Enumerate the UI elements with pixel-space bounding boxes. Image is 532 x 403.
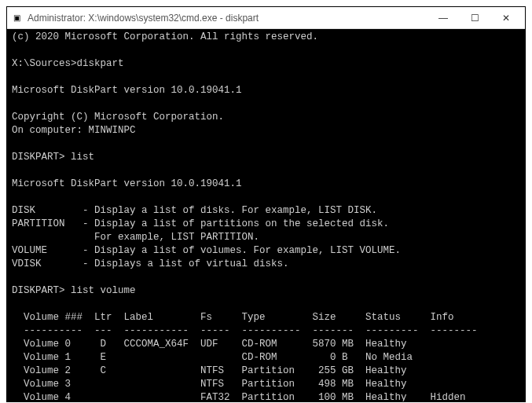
term-line: (c) 2020 Microsoft Corporation. All righ… [12,31,318,42]
term-line: VDISK - Displays a list of virtual disks… [12,258,289,269]
table-row: Volume 0 D CCCOMA_X64F UDF CD-ROM 5870 M… [12,339,407,350]
table-divider: ---------- --- ----------- ----- -------… [12,325,478,336]
table-row: Volume 2 C NTFS Partition 255 GB Healthy [12,365,407,376]
window-title: Administrator: X:\windows\system32\cmd.e… [28,13,427,24]
maximize-button[interactable]: ☐ [459,9,490,27]
term-line: DISKPART> list volume [12,285,136,296]
term-line: Microsoft DiskPart version 10.0.19041.1 [12,85,242,96]
table-header: Volume ### Ltr Label Fs Type Size Status… [12,312,454,323]
term-line: DISKPART> list [12,152,94,163]
cmd-window: ▣ Administrator: X:\windows\system32\cmd… [6,6,526,402]
term-line: VOLUME - Display a list of volumes. For … [12,245,401,256]
close-button[interactable]: ✕ [490,9,522,27]
table-row: Volume 1 E CD-ROM 0 B No Media [12,352,413,363]
minimize-button[interactable]: — [427,9,459,27]
term-line: On computer: MINWINPC [12,125,136,136]
cmd-icon: ▣ [10,12,23,24]
term-line: Copyright (C) Microsoft Corporation. [12,112,224,123]
titlebar[interactable]: ▣ Administrator: X:\windows\system32\cmd… [7,7,525,29]
term-line: DISK - Display a list of disks. For exam… [12,205,377,216]
term-line: For example, LIST PARTITION. [12,232,259,243]
table-row: Volume 4 FAT32 Partition 100 MB Healthy … [12,392,466,401]
term-line: X:\Sources>diskpart [12,58,124,69]
table-row: Volume 3 NTFS Partition 498 MB Healthy [12,379,407,390]
window-controls: — ☐ ✕ [427,9,522,27]
terminal-output[interactable]: (c) 2020 Microsoft Corporation. All righ… [7,29,525,401]
term-line: Microsoft DiskPart version 10.0.19041.1 [12,178,242,189]
term-line: PARTITION - Display a list of partitions… [12,218,389,229]
